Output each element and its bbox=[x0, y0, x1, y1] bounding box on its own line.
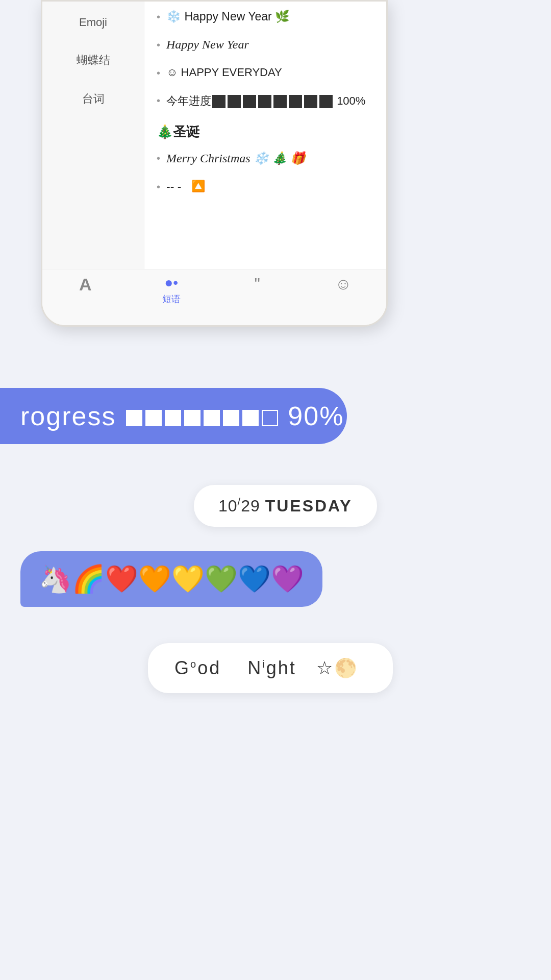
date-month: 10 bbox=[218, 497, 238, 515]
nav-item-quotes[interactable]: " bbox=[214, 275, 300, 293]
phrase-arrow: 🔼 bbox=[191, 180, 205, 193]
list-item[interactable]: • Happy New Year bbox=[157, 38, 374, 52]
bullet-5: • bbox=[157, 153, 160, 164]
sidebar-item-script[interactable]: 台词 bbox=[42, 87, 144, 111]
phrases-icon: ●• bbox=[164, 275, 178, 291]
content-area: • ❄️ Happy New Year 🌿 • Happy New Year •… bbox=[144, 2, 386, 269]
emoji-icon: ☺ bbox=[335, 275, 352, 293]
system-nav: ◁ ○ □ bbox=[42, 325, 386, 327]
phrase-list: • ❄️ Happy New Year 🌿 • Happy New Year •… bbox=[157, 10, 374, 109]
nav-item-phrases[interactable]: ●• 短语 bbox=[129, 275, 215, 305]
phrase-dashes: -- - bbox=[166, 180, 181, 193]
phone-mockup: Emoji 蝴蝶结 台词 • ❄️ Happy New Year 🌿 • Hap… bbox=[41, 0, 388, 327]
sidebar-item-emoji[interactable]: Emoji bbox=[42, 12, 144, 33]
nav-item-emoji[interactable]: ☺ bbox=[300, 275, 387, 293]
quotes-icon: " bbox=[255, 275, 260, 293]
bullet-6: • bbox=[157, 181, 160, 193]
phrases-label: 短语 bbox=[162, 293, 181, 305]
goodnight-text: Good Night ☆🌕 bbox=[174, 657, 359, 678]
sidebar: Emoji 蝴蝶结 台词 bbox=[42, 2, 144, 269]
phrase-happy-everyday: ☺ HAPPY EVERYDAY bbox=[166, 66, 282, 79]
list-item[interactable]: • -- - 🔼 bbox=[157, 180, 374, 193]
sidebar-item-bow[interactable]: 蝴蝶结 bbox=[42, 48, 144, 72]
text-format-icon: A bbox=[79, 275, 92, 295]
phrase-merry-christmas: Merry Christmas ❄️ 🎄 🎁 bbox=[166, 151, 306, 165]
phrase-happy-new-year-italic: Happy New Year bbox=[166, 38, 249, 52]
christmas-phrase-list: • Merry Christmas ❄️ 🎄 🎁 • -- - 🔼 bbox=[157, 151, 374, 193]
christmas-header: 🎄圣诞 bbox=[157, 123, 374, 141]
date-weekday: TUESDAY bbox=[265, 497, 353, 515]
phrase-new-year-emoji: ❄️ Happy New Year 🌿 bbox=[166, 10, 290, 23]
list-item[interactable]: • 今年进度 100% bbox=[157, 93, 374, 109]
date-day: 29 bbox=[241, 497, 260, 515]
bullet-4: • bbox=[157, 95, 160, 107]
date-text: 10/29 TUESDAY bbox=[218, 497, 353, 515]
progress-text: rogress 90% bbox=[20, 401, 344, 431]
date-badge: 10/29 TUESDAY bbox=[194, 485, 377, 527]
christmas-section: 🎄圣诞 • Merry Christmas ❄️ 🎄 🎁 • -- - 🔼 bbox=[157, 123, 374, 193]
list-item[interactable]: • ❄️ Happy New Year 🌿 bbox=[157, 10, 374, 23]
phrase-progress: 今年进度 100% bbox=[166, 93, 365, 109]
list-item[interactable]: • ☺ HAPPY EVERYDAY bbox=[157, 66, 374, 79]
bullet-3: • bbox=[157, 67, 160, 79]
emoji-bubble[interactable]: 🦄🌈❤️🧡💛💚💙💜 bbox=[20, 551, 322, 607]
goodnight-bubble[interactable]: Good Night ☆🌕 bbox=[148, 643, 393, 693]
list-item[interactable]: • Merry Christmas ❄️ 🎄 🎁 bbox=[157, 151, 374, 165]
progress-bubble[interactable]: rogress 90% bbox=[0, 388, 347, 444]
bullet-1: • bbox=[157, 11, 160, 23]
emoji-content: 🦄🌈❤️🧡💛💚💙💜 bbox=[39, 564, 304, 594]
bullet-2: • bbox=[157, 39, 160, 51]
nav-item-text[interactable]: A bbox=[42, 275, 129, 295]
phone-bottom-nav: A ●• 短语 " ☺ bbox=[42, 269, 386, 325]
